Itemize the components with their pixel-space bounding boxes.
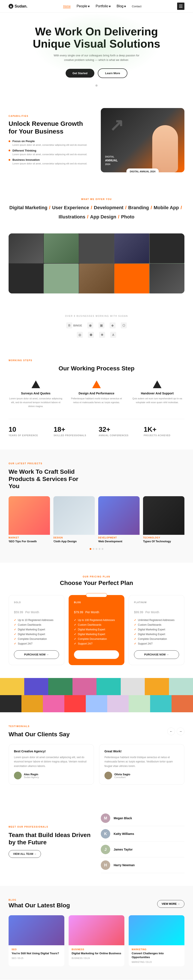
pricing-card-solo: SOLO $59.99 Per Month ✓Up to 10 Register… bbox=[9, 595, 64, 665]
process-step-desc-1: Pellentesque habitant morbi tristique se… bbox=[69, 397, 123, 404]
member-avatar-3: H bbox=[101, 861, 110, 870]
nav-contact[interactable]: Contact bbox=[132, 5, 142, 8]
check-icon: ✓ bbox=[74, 628, 76, 631]
service-label-6: App Design bbox=[90, 213, 116, 221]
process-label: WORKING STEPS bbox=[9, 359, 184, 362]
hamburger-menu[interactable] bbox=[177, 3, 184, 10]
next-arrow-btn[interactable]: → bbox=[177, 727, 184, 735]
pricing-btn-2[interactable]: PURCHASE NOW → bbox=[134, 650, 179, 659]
nav-home[interactable]: Home bbox=[63, 5, 70, 8]
pricing-btn-0[interactable]: PURCHASE NOW → bbox=[14, 650, 59, 659]
partner-5: ⬡ bbox=[121, 322, 127, 328]
view-more-btn[interactable]: VIEW MORE → bbox=[157, 900, 184, 908]
check-icon: ✓ bbox=[74, 638, 76, 641]
svg-marker-0 bbox=[10, 5, 12, 7]
project-title-3: Types Of Technology bbox=[143, 540, 184, 543]
pf-0-0: ✓Up to 10 Registered Addresses bbox=[14, 619, 59, 622]
swatch-mint bbox=[169, 678, 193, 695]
swatch-red bbox=[64, 695, 86, 712]
swatch-purple bbox=[24, 678, 48, 695]
cap-dot bbox=[9, 140, 10, 142]
project-cat-1: DESIGN bbox=[53, 536, 95, 539]
swatch-lightgreen bbox=[129, 695, 150, 712]
view-all-team-btn[interactable]: VIEW ALL TEAM → bbox=[9, 850, 41, 858]
process-icon-1 bbox=[92, 380, 101, 389]
author-info-1: Olivia Sagio Consultant bbox=[114, 773, 130, 778]
nav-blog[interactable]: Blog ▾ bbox=[116, 4, 126, 8]
project-card-0: MARKET SEO Tips For Growth bbox=[9, 496, 50, 543]
team-col-3 bbox=[79, 234, 114, 293]
project-card-1: DESIGN Cloth App Design bbox=[53, 496, 95, 543]
partner-icon-6: ◎ bbox=[77, 332, 83, 338]
prev-arrow-btn[interactable]: ← bbox=[167, 727, 175, 735]
blog-img-1 bbox=[69, 915, 124, 945]
project-title-0: SEO Tips For Growth bbox=[9, 540, 50, 543]
pricing-label: OUR PRICING PLAN bbox=[9, 576, 184, 578]
pricing-btn-1[interactable]: PURCHASE NOW → bbox=[74, 650, 119, 659]
scroll-dot bbox=[96, 84, 97, 87]
stat-num-1: 18+ bbox=[54, 425, 94, 433]
dot-2[interactable] bbox=[96, 548, 97, 550]
capabilities-content: CAPABILITIES Unlock Revenue Growth for Y… bbox=[9, 115, 92, 165]
service-sep: / bbox=[180, 204, 182, 212]
testimonial-text-1: Pellentesque habitant morbi tristique se… bbox=[104, 755, 179, 768]
project-card-2: DEVELOPMENT Web Development bbox=[98, 496, 140, 543]
team-col-2 bbox=[44, 234, 78, 293]
projects-title: We Work To Craft Solid Products & Servic… bbox=[9, 468, 84, 490]
check-icon: ✓ bbox=[134, 638, 136, 641]
team-section: MEET OUR PROFESSIONALS Team that Build I… bbox=[0, 798, 193, 886]
blog-post-title-2: Convert Challenges Into Opportunities bbox=[132, 951, 182, 959]
nav-people[interactable]: People ▾ bbox=[77, 4, 89, 8]
pf-1-1: ✓Custom Dashboards bbox=[74, 623, 119, 626]
nav-portfolio[interactable]: Portfolio ▾ bbox=[96, 4, 111, 8]
team-cell bbox=[150, 234, 184, 263]
stats-grid: 10 YEARS OF EXPERIENCE 18+ SKILLED PROFE… bbox=[9, 419, 184, 437]
cap-item-desc-2: Lorem ipsum dolor sit amet, consectetur … bbox=[13, 162, 92, 165]
blog-cat-0: SEO bbox=[11, 948, 61, 951]
pricing-period-0: Per Month bbox=[25, 611, 39, 614]
pf-2-1: ✓Custom Dashboards bbox=[134, 623, 179, 626]
projects-label: OUR LATEST PROJECTS bbox=[9, 462, 84, 465]
hero-title: We Work On Delivering Unique Visual Solu… bbox=[32, 25, 161, 50]
member-name-2: James Taylor bbox=[114, 848, 132, 851]
check-icon: ✓ bbox=[14, 638, 16, 641]
pf-0-3: ✓Digital Marketing Expert bbox=[14, 633, 59, 636]
blog-card-2: MARKETING Convert Challenges Into Opport… bbox=[129, 915, 184, 966]
recommended-badge: Recommended bbox=[86, 593, 107, 597]
pricing-title: Choose Your Perfect Plan bbox=[9, 580, 184, 587]
partner-2: ◉ bbox=[87, 322, 93, 328]
check-icon: ✓ bbox=[14, 628, 16, 631]
service-item-7: Photo bbox=[121, 213, 134, 221]
blog-date-1: BUSINESS / 03-24 bbox=[72, 957, 121, 959]
process-title: Our Working Process Step bbox=[9, 365, 184, 372]
testimonials-title: What Our Clients Say bbox=[9, 731, 70, 738]
hero-subtitle: With every single one of our colleagues … bbox=[54, 53, 139, 62]
member-name-0: Megan Black bbox=[114, 816, 132, 820]
dot-3[interactable] bbox=[99, 548, 100, 550]
hero-cta-outline[interactable]: Learn More bbox=[98, 68, 128, 78]
pricing-period-2: Per Month bbox=[145, 611, 160, 614]
check-icon: ✓ bbox=[74, 633, 76, 636]
team-left: MEET OUR PROFESSIONALS Team that Build I… bbox=[9, 826, 92, 858]
cap-item-label-0: Focus on People bbox=[13, 140, 35, 143]
dot-4[interactable] bbox=[102, 548, 104, 550]
blog-date-0: SEO / 03-25 bbox=[11, 957, 61, 959]
dot-1[interactable] bbox=[93, 548, 94, 550]
testimonials-title-group: TESTIMONIALS What Our Clients Say bbox=[9, 725, 70, 738]
team-photo bbox=[9, 234, 184, 293]
swatches-section bbox=[0, 678, 193, 712]
process-section: WORKING STEPS Our Working Process Step S… bbox=[0, 347, 193, 450]
swatch-pink bbox=[72, 678, 97, 695]
project-title-1: Cloth App Design bbox=[53, 540, 95, 543]
blog-card-0: SEO You're Still Not Using Digital Tours… bbox=[9, 915, 64, 966]
hero-cta-primary[interactable]: Get Started bbox=[65, 69, 94, 78]
pricing-features-2: ✓Unlimited Registered Addresses ✓Custom … bbox=[134, 619, 179, 645]
partner-icon-9: A bbox=[110, 332, 116, 338]
triangle-dark-icon bbox=[153, 380, 161, 388]
blog-content-1: BUSINESS Digital Marketing for Online Bu… bbox=[69, 945, 124, 963]
testimonial-title-0: Best Creative Agency! bbox=[14, 749, 89, 753]
capabilities-section: CAPABILITIES Unlock Revenue Growth for Y… bbox=[0, 95, 193, 185]
pf-1-0: ✓Up to 100 Registered Addresses bbox=[74, 619, 119, 622]
pf-0-2: ✓Digital Marketing Expert bbox=[14, 628, 59, 631]
dot-0[interactable] bbox=[89, 548, 91, 550]
